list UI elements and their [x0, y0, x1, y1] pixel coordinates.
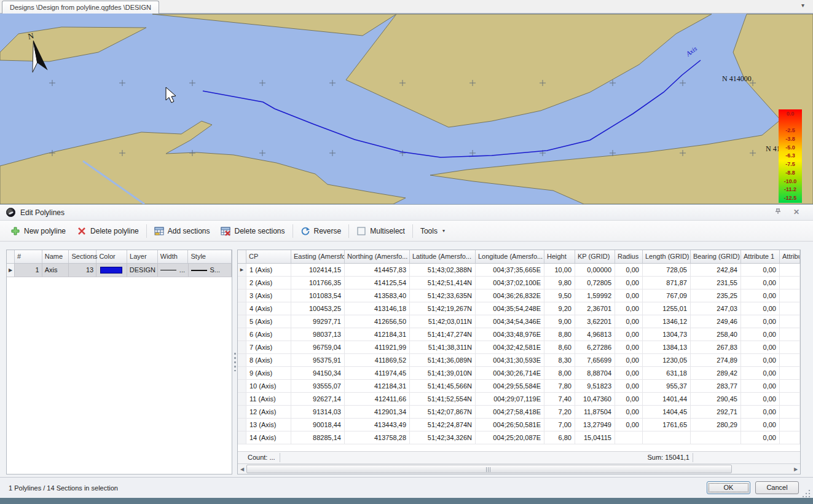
polyline-number[interactable]: 1 [15, 264, 42, 277]
table-cell[interactable]: 51;42;07,867N [410, 406, 476, 419]
table-cell[interactable]: 14 (Axis) [246, 431, 291, 444]
column-header[interactable]: Northing (Amersfo... [345, 250, 410, 263]
table-cell[interactable]: 0,00 [741, 302, 780, 315]
table-cell[interactable]: 289,42 [691, 367, 741, 380]
table-cell[interactable]: 3 (Axis) [246, 289, 291, 302]
table-cell[interactable]: 0,00 [741, 431, 780, 444]
table-cell[interactable]: 8,30 [544, 354, 575, 367]
table-cell[interactable]: 004;31;30,593E [476, 354, 544, 367]
table-cell[interactable] [780, 419, 800, 431]
table-cell[interactable]: 411921,99 [345, 341, 410, 354]
table-cell[interactable]: 91314,03 [291, 406, 345, 419]
table-cell[interactable]: 92627,14 [291, 393, 345, 406]
table-cell[interactable]: 0,00 [615, 380, 643, 393]
table-cell[interactable]: 249,46 [691, 315, 741, 328]
table-cell[interactable]: 1230,05 [643, 354, 691, 367]
table-cell[interactable]: 90018,44 [291, 419, 345, 431]
column-header[interactable]: Radius [615, 250, 643, 263]
table-cell[interactable]: 9,50 [544, 289, 575, 302]
table-cell[interactable]: 9 (Axis) [246, 367, 291, 380]
delete-sections-button[interactable]: Delete sections [215, 224, 290, 238]
table-cell[interactable]: 411869,52 [345, 354, 410, 367]
table-cell[interactable]: 93555,07 [291, 380, 345, 393]
table-cell[interactable]: 004;29;55,584E [476, 380, 544, 393]
table-cell[interactable]: 0,00 [741, 289, 780, 302]
table-cell[interactable]: 9,80 [544, 277, 575, 289]
table-cell[interactable]: 413146,18 [345, 302, 410, 315]
table-cell[interactable]: 1384,13 [643, 341, 691, 354]
table-cell[interactable]: 11 (Axis) [246, 393, 291, 406]
column-header[interactable]: Length (GRID) [643, 250, 691, 263]
table-cell[interactable]: 101083,54 [291, 289, 345, 302]
table-cell[interactable] [780, 302, 800, 315]
table-cell[interactable]: 51;43;02,388N [410, 264, 476, 277]
new-polyline-button[interactable]: New polyline [5, 224, 71, 238]
table-cell[interactable]: 004;27;58,418E [476, 406, 544, 419]
table-cell[interactable]: 0,00 [615, 315, 643, 328]
table-cell[interactable]: 51;41;47,274N [410, 328, 476, 341]
add-sections-button[interactable]: Add sections [149, 224, 216, 238]
table-cell[interactable]: 51;41;36,089N [410, 354, 476, 367]
table-cell[interactable] [780, 289, 800, 302]
table-cell[interactable]: 51;42;24,874N [410, 419, 476, 431]
column-header[interactable]: Layer [127, 250, 158, 263]
table-cell[interactable]: 413443,49 [345, 419, 410, 431]
table-row[interactable]: 10 (Axis)93555,07412184,3151;41;45,566N0… [238, 380, 800, 393]
table-cell[interactable]: 0,00 [741, 393, 780, 406]
table-cell[interactable]: 004;33;48,976E [476, 328, 544, 341]
table-cell[interactable] [615, 431, 643, 444]
column-header[interactable]: Style [188, 250, 232, 263]
table-cell[interactable]: 8,60 [544, 341, 575, 354]
table-cell[interactable] [780, 393, 800, 406]
column-header[interactable]: # [15, 250, 42, 263]
table-cell[interactable]: 242,84 [691, 264, 741, 277]
table-cell[interactable]: 004;36;26,832E [476, 289, 544, 302]
close-icon[interactable]: ✕ [791, 208, 802, 217]
table-cell[interactable]: 412184,31 [345, 328, 410, 341]
table-row[interactable]: 12 (Axis)91314,03412901,3451;42;07,867N0… [238, 406, 800, 419]
panel-splitter[interactable] [232, 250, 237, 474]
table-cell[interactable]: 0,00 [615, 277, 643, 289]
table-cell[interactable]: 414125,54 [345, 277, 410, 289]
table-cell[interactable]: 0,72805 [575, 277, 615, 289]
table-cell[interactable]: 004;37;02,100E [476, 277, 544, 289]
table-cell[interactable]: 1401,44 [643, 393, 691, 406]
table-cell[interactable]: 412656,50 [345, 315, 410, 328]
table-cell[interactable]: 7 (Axis) [246, 341, 291, 354]
table-cell[interactable]: 0,00 [615, 367, 643, 380]
table-cell[interactable]: 0,00000 [575, 264, 615, 277]
ok-button[interactable]: OK [707, 481, 750, 494]
column-header[interactable]: Name [42, 250, 69, 263]
table-cell[interactable]: 414457,83 [345, 264, 410, 277]
table-cell[interactable]: 004;32;42,581E [476, 341, 544, 354]
column-header[interactable]: Bearing (GRID) [691, 250, 741, 263]
table-cell[interactable]: 0,00 [615, 354, 643, 367]
column-header[interactable]: Attribute 1 [741, 250, 780, 263]
table-cell[interactable]: 7,65699 [575, 354, 615, 367]
table-cell[interactable]: 0,00 [741, 264, 780, 277]
table-cell[interactable]: 6 (Axis) [246, 328, 291, 341]
table-cell[interactable]: 13 (Axis) [246, 419, 291, 431]
column-header[interactable]: Easting (Amersfo... [291, 250, 345, 263]
column-header[interactable]: Latitude (Amersfo... [410, 250, 476, 263]
column-header[interactable]: Height [544, 250, 575, 263]
table-cell[interactable] [643, 431, 691, 444]
tools-menu-button[interactable]: Tools ▾ [415, 224, 450, 238]
table-cell[interactable]: 7,40 [544, 393, 575, 406]
table-cell[interactable]: 0,00 [615, 341, 643, 354]
table-cell[interactable]: 231,55 [691, 277, 741, 289]
resize-grip[interactable] [803, 490, 811, 498]
table-cell[interactable]: 8,80 [544, 328, 575, 341]
table-cell[interactable]: 413758,28 [345, 431, 410, 444]
table-cell[interactable]: 004;29;07,119E [476, 393, 544, 406]
table-cell[interactable]: 258,40 [691, 328, 741, 341]
table-row[interactable]: 3 (Axis)101083,54413583,4051;42;33,635N0… [238, 289, 800, 302]
table-cell[interactable]: 7,00 [544, 419, 575, 431]
column-header[interactable]: CP [246, 250, 291, 263]
table-cell[interactable]: 96759,04 [291, 341, 345, 354]
table-cell[interactable]: 631,18 [643, 367, 691, 380]
polyline-sections[interactable]: 13 [69, 264, 96, 277]
table-row[interactable]: 9 (Axis)94150,34411974,4551;41;39,010N00… [238, 367, 800, 380]
table-cell[interactable]: 102414,15 [291, 264, 345, 277]
table-row[interactable]: ▶1 (Axis)102414,15414457,8351;43;02,388N… [238, 264, 800, 277]
